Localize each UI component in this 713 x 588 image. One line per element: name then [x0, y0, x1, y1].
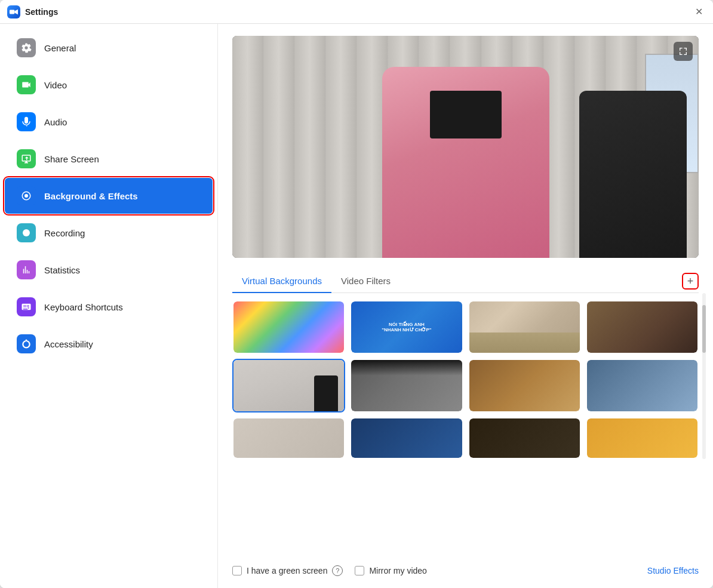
- bg-living2-preview: [469, 360, 580, 411]
- backgrounds-grid: NÓI TIẾNG ANH"NHANH NHƯ CHỚP": [232, 300, 699, 459]
- sidebar-label-accessibility: Accessibility: [44, 339, 93, 349]
- close-button[interactable]: ✕: [692, 5, 706, 19]
- chair-thumb: [314, 375, 338, 411]
- green-screen-label: I have a green screen: [247, 566, 327, 575]
- sidebar-label-bg-effects: Background & Effects: [44, 191, 138, 201]
- bg-effects-icon: [17, 186, 36, 205]
- window-title: Settings: [25, 7, 692, 17]
- video-icon: [17, 75, 36, 94]
- tab-video-filters[interactable]: Video Filters: [331, 270, 400, 293]
- sidebar-label-recording: Recording: [44, 228, 85, 238]
- svg-point-3: [23, 229, 30, 236]
- bg-thumb-living2[interactable]: [468, 359, 581, 412]
- add-background-button[interactable]: +: [682, 273, 699, 290]
- sidebar-label-general: General: [44, 43, 76, 53]
- video-preview-inner: [232, 36, 699, 258]
- audio-icon: [17, 112, 36, 131]
- video-preview: [232, 36, 699, 258]
- bg-thumb-dining[interactable]: [586, 300, 699, 354]
- bg-colorful-preview: [233, 301, 344, 353]
- sidebar-label-statistics: Statistics: [44, 265, 80, 275]
- bg-thumb-living1[interactable]: [468, 300, 581, 354]
- green-screen-checkbox-item[interactable]: I have a green screen ?: [232, 565, 343, 576]
- sofa-shape: [469, 333, 580, 353]
- bg-thumb-partial3[interactable]: [468, 417, 581, 459]
- sidebar-label-video: Video: [44, 80, 67, 90]
- laptop: [430, 91, 502, 138]
- chair: [579, 91, 687, 258]
- keyboard-icon: [17, 297, 36, 316]
- bg-partial1-preview: [233, 418, 344, 458]
- bg-current-room-preview: [233, 360, 344, 411]
- sidebar-label-share-screen: Share Screen: [44, 154, 99, 164]
- bg-studio-preview: [351, 360, 462, 411]
- wall-slat: [263, 36, 294, 258]
- bg-thumb-partial1[interactable]: [232, 417, 345, 459]
- help-icon[interactable]: ?: [332, 565, 343, 576]
- scrollbar-track: [702, 293, 706, 459]
- bg-partial2-preview: [351, 418, 462, 458]
- titlebar: Settings ✕: [0, 0, 713, 24]
- main-content: General Video Audio Sha: [0, 24, 713, 588]
- bg-dining-preview: [587, 301, 697, 353]
- sidebar-item-video[interactable]: Video: [5, 67, 213, 103]
- gear-icon: [17, 38, 36, 57]
- bg-thumb-partial2[interactable]: [350, 417, 463, 459]
- mirror-video-checkbox-item[interactable]: Mirror my video: [355, 566, 426, 575]
- bg-blue-text-content: NÓI TIẾNG ANH"NHANH NHƯ CHỚP": [382, 322, 431, 333]
- pink-coat: [382, 67, 549, 258]
- wall-slat: [232, 36, 263, 258]
- wall-slat: [294, 36, 325, 258]
- sidebar-label-audio: Audio: [44, 117, 67, 127]
- sidebar-label-keyboard: Keyboard Shortcuts: [44, 302, 123, 312]
- expand-button[interactable]: [674, 42, 693, 61]
- studio-effects-link[interactable]: Studio Effects: [647, 566, 699, 575]
- bg-living1-preview: [469, 301, 580, 353]
- bg-partial4-preview: [587, 418, 697, 458]
- sidebar-item-share-screen[interactable]: Share Screen: [5, 141, 213, 177]
- person-figure: [352, 55, 579, 258]
- accessibility-icon: [17, 334, 36, 353]
- sidebar-item-audio[interactable]: Audio: [5, 104, 213, 140]
- svg-point-2: [24, 194, 28, 198]
- bg-partial3-preview: [469, 418, 580, 458]
- bg-thumb-blue-text[interactable]: NÓI TIẾNG ANH"NHANH NHƯ CHỚP": [350, 300, 463, 354]
- mirror-video-checkbox[interactable]: [355, 566, 364, 575]
- bg-thumb-modern-apt[interactable]: [586, 359, 699, 412]
- recording-icon: [17, 223, 36, 242]
- main-panel: Virtual Backgrounds Video Filters + NÓI …: [218, 24, 713, 588]
- green-screen-checkbox[interactable]: [232, 566, 242, 575]
- bg-thumb-colorful[interactable]: [232, 300, 345, 354]
- bg-blue-preview: NÓI TIẾNG ANH"NHANH NHƯ CHỚP": [351, 301, 462, 353]
- stats-icon: [17, 260, 36, 279]
- bottom-controls: I have a green screen ? Mirror my video …: [232, 556, 699, 576]
- bg-thumb-studio[interactable]: [350, 359, 463, 412]
- mirror-video-label: Mirror my video: [369, 566, 426, 575]
- sidebar-item-accessibility[interactable]: Accessibility: [5, 326, 213, 362]
- share-icon: [17, 149, 36, 168]
- bg-thumb-current-room[interactable]: [232, 359, 345, 412]
- sidebar-item-general[interactable]: General: [5, 30, 213, 66]
- app-logo: [7, 5, 20, 19]
- sidebar-item-recording[interactable]: Recording: [5, 215, 213, 251]
- backgrounds-grid-wrapper: NÓI TIẾNG ANH"NHANH NHƯ CHỚP": [232, 293, 699, 459]
- tabs-row: Virtual Backgrounds Video Filters +: [232, 270, 699, 293]
- sidebar-item-keyboard-shortcuts[interactable]: Keyboard Shortcuts: [5, 289, 213, 325]
- sidebar-item-background-effects[interactable]: Background & Effects: [5, 178, 213, 214]
- sidebar-item-statistics[interactable]: Statistics: [5, 252, 213, 288]
- svg-marker-1: [14, 9, 18, 14]
- bg-thumb-partial4[interactable]: [586, 417, 699, 459]
- lights-bar: [351, 360, 462, 375]
- settings-window: Settings ✕ General Video: [0, 0, 713, 588]
- bg-modern-preview: [587, 360, 697, 411]
- sidebar: General Video Audio Sha: [0, 24, 218, 588]
- svg-rect-0: [10, 10, 14, 14]
- tab-virtual-backgrounds[interactable]: Virtual Backgrounds: [232, 270, 331, 293]
- scrollbar-thumb[interactable]: [702, 305, 706, 353]
